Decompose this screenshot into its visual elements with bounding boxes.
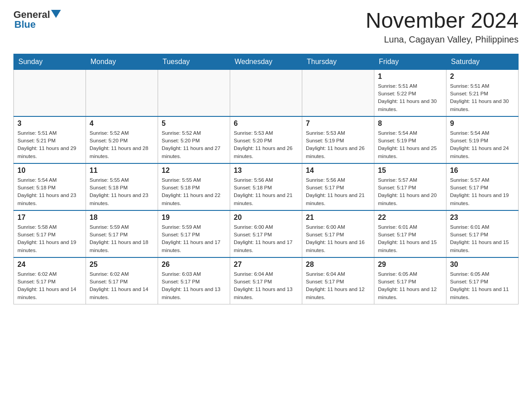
day-number: 21 (306, 214, 370, 222)
calendar-week-row: 24Sunrise: 6:02 AM Sunset: 5:17 PM Dayli… (14, 257, 519, 304)
table-row: 6Sunrise: 5:53 AM Sunset: 5:20 PM Daylig… (230, 116, 302, 163)
day-number: 9 (450, 120, 515, 128)
table-row: 27Sunrise: 6:04 AM Sunset: 5:17 PM Dayli… (230, 257, 302, 304)
table-row: 28Sunrise: 6:04 AM Sunset: 5:17 PM Dayli… (302, 257, 374, 304)
table-row: 16Sunrise: 5:57 AM Sunset: 5:17 PM Dayli… (446, 163, 519, 210)
table-row: 17Sunrise: 5:58 AM Sunset: 5:17 PM Dayli… (14, 210, 86, 257)
table-row: 4Sunrise: 5:52 AM Sunset: 5:20 PM Daylig… (86, 116, 158, 163)
col-saturday: Saturday (446, 54, 519, 69)
day-number: 23 (450, 214, 515, 222)
table-row: 9Sunrise: 5:54 AM Sunset: 5:19 PM Daylig… (446, 116, 519, 163)
day-info: Sunrise: 6:02 AM Sunset: 5:17 PM Dayligh… (90, 270, 154, 301)
calendar-table: Sunday Monday Tuesday Wednesday Thursday… (13, 54, 519, 304)
day-number: 4 (90, 120, 154, 128)
table-row: 29Sunrise: 6:05 AM Sunset: 5:17 PM Dayli… (374, 257, 446, 304)
table-row: 1Sunrise: 5:51 AM Sunset: 5:22 PM Daylig… (374, 69, 446, 116)
day-info: Sunrise: 5:54 AM Sunset: 5:18 PM Dayligh… (17, 176, 82, 207)
day-number: 30 (450, 261, 515, 269)
logo-arrow-icon (51, 10, 61, 20)
day-number: 12 (162, 167, 226, 175)
day-info: Sunrise: 5:55 AM Sunset: 5:18 PM Dayligh… (162, 176, 226, 207)
page-header: General Blue November 2024 Luna, Cagayan… (13, 9, 519, 45)
day-info: Sunrise: 5:54 AM Sunset: 5:19 PM Dayligh… (450, 129, 515, 160)
day-number: 14 (306, 167, 370, 175)
col-tuesday: Tuesday (158, 54, 230, 69)
table-row: 8Sunrise: 5:54 AM Sunset: 5:19 PM Daylig… (374, 116, 446, 163)
table-row (14, 69, 86, 116)
day-info: Sunrise: 5:54 AM Sunset: 5:19 PM Dayligh… (378, 129, 442, 160)
day-info: Sunrise: 5:56 AM Sunset: 5:18 PM Dayligh… (234, 176, 298, 207)
day-number: 10 (17, 167, 82, 175)
table-row: 18Sunrise: 5:59 AM Sunset: 5:17 PM Dayli… (86, 210, 158, 257)
day-number: 26 (162, 261, 226, 269)
day-info: Sunrise: 5:53 AM Sunset: 5:20 PM Dayligh… (234, 129, 298, 160)
day-number: 7 (306, 120, 370, 128)
table-row: 23Sunrise: 6:01 AM Sunset: 5:17 PM Dayli… (446, 210, 519, 257)
table-row: 26Sunrise: 6:03 AM Sunset: 5:17 PM Dayli… (158, 257, 230, 304)
calendar-week-row: 10Sunrise: 5:54 AM Sunset: 5:18 PM Dayli… (14, 163, 519, 210)
day-info: Sunrise: 6:04 AM Sunset: 5:17 PM Dayligh… (306, 270, 370, 301)
col-thursday: Thursday (302, 54, 374, 69)
day-info: Sunrise: 6:05 AM Sunset: 5:17 PM Dayligh… (450, 270, 515, 301)
table-row: 14Sunrise: 5:56 AM Sunset: 5:17 PM Dayli… (302, 163, 374, 210)
day-info: Sunrise: 5:52 AM Sunset: 5:20 PM Dayligh… (162, 129, 226, 160)
day-number: 5 (162, 120, 226, 128)
day-number: 19 (162, 214, 226, 222)
table-row (158, 69, 230, 116)
table-row: 22Sunrise: 6:01 AM Sunset: 5:17 PM Dayli… (374, 210, 446, 257)
col-wednesday: Wednesday (230, 54, 302, 69)
day-info: Sunrise: 5:55 AM Sunset: 5:18 PM Dayligh… (90, 176, 154, 207)
day-info: Sunrise: 5:51 AM Sunset: 5:21 PM Dayligh… (17, 129, 82, 160)
table-row: 19Sunrise: 5:59 AM Sunset: 5:17 PM Dayli… (158, 210, 230, 257)
day-info: Sunrise: 5:58 AM Sunset: 5:17 PM Dayligh… (17, 223, 82, 254)
day-number: 11 (90, 167, 154, 175)
table-row: 3Sunrise: 5:51 AM Sunset: 5:21 PM Daylig… (14, 116, 86, 163)
svg-marker-0 (51, 10, 61, 18)
day-number: 13 (234, 167, 298, 175)
page-title: November 2024 (365, 9, 519, 33)
day-info: Sunrise: 6:01 AM Sunset: 5:17 PM Dayligh… (450, 223, 515, 254)
calendar-week-row: 1Sunrise: 5:51 AM Sunset: 5:22 PM Daylig… (14, 69, 519, 116)
table-row (86, 69, 158, 116)
day-number: 20 (234, 214, 298, 222)
day-number: 29 (378, 261, 442, 269)
day-number: 17 (17, 214, 82, 222)
day-number: 24 (17, 261, 82, 269)
table-row: 24Sunrise: 6:02 AM Sunset: 5:17 PM Dayli… (14, 257, 86, 304)
day-info: Sunrise: 5:56 AM Sunset: 5:17 PM Dayligh… (306, 176, 370, 207)
day-number: 27 (234, 261, 298, 269)
table-row: 21Sunrise: 6:00 AM Sunset: 5:17 PM Dayli… (302, 210, 374, 257)
col-monday: Monday (86, 54, 158, 69)
day-number: 1 (378, 73, 442, 81)
day-info: Sunrise: 5:52 AM Sunset: 5:20 PM Dayligh… (90, 129, 154, 160)
day-info: Sunrise: 6:03 AM Sunset: 5:17 PM Dayligh… (162, 270, 226, 301)
table-row: 2Sunrise: 5:51 AM Sunset: 5:21 PM Daylig… (446, 69, 519, 116)
page-subtitle: Luna, Cagayan Valley, Philippines (365, 34, 519, 45)
day-info: Sunrise: 5:51 AM Sunset: 5:21 PM Dayligh… (450, 82, 515, 113)
day-number: 22 (378, 214, 442, 222)
day-info: Sunrise: 6:02 AM Sunset: 5:17 PM Dayligh… (17, 270, 82, 301)
day-number: 15 (378, 167, 442, 175)
day-number: 8 (378, 120, 442, 128)
title-section: November 2024 Luna, Cagayan Valley, Phil… (365, 9, 519, 45)
day-info: Sunrise: 5:59 AM Sunset: 5:17 PM Dayligh… (90, 223, 154, 254)
logo-text-blue: Blue (14, 19, 36, 30)
day-info: Sunrise: 5:51 AM Sunset: 5:22 PM Dayligh… (378, 82, 442, 113)
calendar-week-row: 17Sunrise: 5:58 AM Sunset: 5:17 PM Dayli… (14, 210, 519, 257)
calendar-week-row: 3Sunrise: 5:51 AM Sunset: 5:21 PM Daylig… (14, 116, 519, 163)
day-number: 25 (90, 261, 154, 269)
day-info: Sunrise: 5:59 AM Sunset: 5:17 PM Dayligh… (162, 223, 226, 254)
day-number: 3 (17, 120, 82, 128)
day-info: Sunrise: 6:05 AM Sunset: 5:17 PM Dayligh… (378, 270, 442, 301)
day-info: Sunrise: 6:04 AM Sunset: 5:17 PM Dayligh… (234, 270, 298, 301)
table-row: 30Sunrise: 6:05 AM Sunset: 5:17 PM Dayli… (446, 257, 519, 304)
table-row: 12Sunrise: 5:55 AM Sunset: 5:18 PM Dayli… (158, 163, 230, 210)
day-number: 28 (306, 261, 370, 269)
table-row: 13Sunrise: 5:56 AM Sunset: 5:18 PM Dayli… (230, 163, 302, 210)
table-row (230, 69, 302, 116)
day-number: 16 (450, 167, 515, 175)
table-row: 10Sunrise: 5:54 AM Sunset: 5:18 PM Dayli… (14, 163, 86, 210)
day-number: 2 (450, 73, 515, 81)
logo: General Blue (13, 9, 61, 30)
day-info: Sunrise: 6:01 AM Sunset: 5:17 PM Dayligh… (378, 223, 442, 254)
